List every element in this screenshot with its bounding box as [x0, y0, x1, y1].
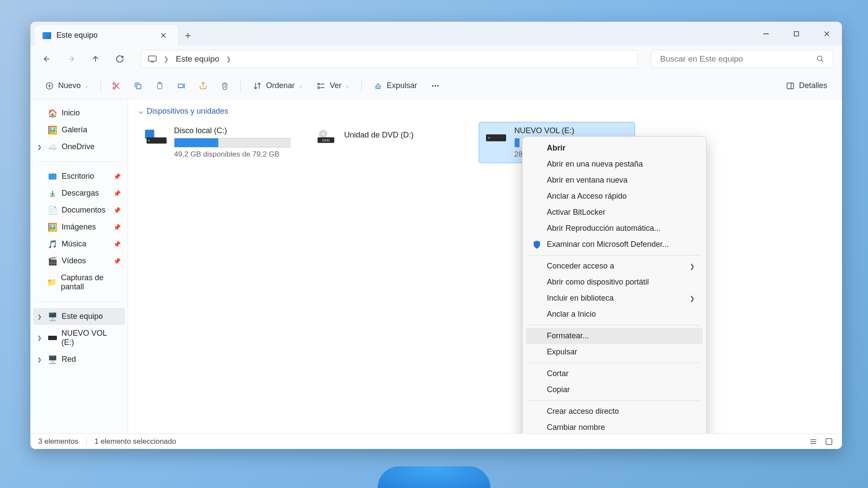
- chevron-right-icon: ❯: [690, 295, 695, 302]
- view-icon: [317, 82, 326, 90]
- delete-button[interactable]: [215, 77, 234, 95]
- cm-pin-quick-access[interactable]: Anclar a Acceso rápido: [526, 188, 703, 204]
- section-header[interactable]: ⌵ Dispositivos y unidades: [138, 106, 832, 116]
- cm-open[interactable]: Abrir: [526, 140, 703, 156]
- context-menu-label: Cortar: [547, 369, 569, 378]
- cm-open-new-tab[interactable]: Abrir en una nueva pestaña: [526, 156, 703, 172]
- sidebar-item-videos[interactable]: 🎬Vídeos📌: [33, 252, 125, 269]
- sidebar-item-network[interactable]: ❯🖥️Red: [33, 351, 125, 368]
- minimize-button[interactable]: [751, 23, 781, 45]
- rename-icon: [177, 82, 186, 90]
- sidebar-item-label: Imágenes: [62, 223, 96, 232]
- drive-name: Unidad de DVD (D:): [344, 131, 460, 140]
- tab-title: Este equipo: [56, 31, 98, 40]
- svg-rect-22: [318, 87, 319, 88]
- this-pc-icon: [43, 32, 51, 39]
- view-button[interactable]: Ver ⌵: [311, 77, 355, 95]
- details-pane-button[interactable]: Detalles: [780, 77, 833, 95]
- details-pane-icon: [786, 82, 795, 90]
- chevron-down-icon: ⌵: [346, 83, 349, 89]
- drive-d[interactable]: DVD Unidad de DVD (D:): [309, 122, 465, 163]
- expand-icon[interactable]: ❯: [37, 335, 43, 341]
- cut-button[interactable]: [107, 77, 126, 95]
- context-menu-label: Activar BitLocker: [547, 208, 605, 217]
- view-list-button[interactable]: [808, 436, 819, 447]
- search-input[interactable]: Buscar en Este equipo: [651, 50, 833, 68]
- sidebar-item-desktop[interactable]: Escritorio📌: [33, 168, 125, 185]
- pin-icon[interactable]: 📌: [113, 173, 121, 180]
- cm-portable[interactable]: Abrir como dispositivo portátil: [526, 274, 703, 290]
- drive-icon: [48, 334, 57, 342]
- pin-icon[interactable]: 📌: [113, 207, 121, 214]
- sidebar-item-thispc[interactable]: ❯🖥️Este equipo: [33, 308, 125, 325]
- pin-icon[interactable]: 📌: [113, 241, 121, 248]
- sidebar-item-screenshots[interactable]: 📁Capturas de pantall: [33, 269, 125, 295]
- cm-shortcut[interactable]: Crear acceso directo: [526, 403, 703, 419]
- svg-rect-1: [794, 32, 799, 36]
- monitor-icon: 🖥️: [48, 313, 57, 321]
- cm-grant-access[interactable]: Conceder acceso a❯: [526, 258, 703, 274]
- cm-open-new-window[interactable]: Abrir en ventana nueva: [526, 172, 703, 188]
- new-button[interactable]: Nuevo ⌵: [39, 77, 94, 95]
- refresh-button[interactable]: [112, 51, 128, 67]
- active-tab[interactable]: Este equipo ✕: [35, 25, 178, 46]
- rename-button[interactable]: [172, 77, 191, 95]
- cm-copy[interactable]: Copiar: [526, 382, 703, 398]
- videos-icon: 🎬: [48, 257, 57, 265]
- up-button[interactable]: [88, 51, 103, 67]
- expand-icon[interactable]: ❯: [37, 314, 43, 320]
- separator: [361, 79, 362, 93]
- cm-autoplay[interactable]: Abrir Reproducción automática...: [526, 220, 703, 236]
- close-tab-button[interactable]: ✕: [157, 29, 170, 42]
- sidebar-item-pictures[interactable]: 🖼️Imágenes📌: [33, 219, 125, 236]
- cm-eject[interactable]: Expulsar: [526, 344, 703, 360]
- music-icon: 🎵: [48, 240, 57, 248]
- svg-point-6: [817, 56, 822, 61]
- eject-label: Expulsar: [387, 81, 417, 90]
- sidebar-item-home[interactable]: 🏠Inicio: [33, 105, 125, 121]
- eject-button[interactable]: Expulsar: [368, 77, 423, 95]
- maximize-button[interactable]: [781, 23, 812, 45]
- cm-library[interactable]: Incluir en biblioteca❯: [526, 290, 703, 306]
- chevron-right-icon[interactable]: ❯: [226, 56, 231, 62]
- sidebar-item-downloads[interactable]: Descargas📌: [33, 185, 125, 202]
- cm-pin-start[interactable]: Anclar a Inicio: [526, 306, 703, 322]
- expand-icon[interactable]: ❯: [37, 357, 43, 363]
- clipboard-icon: [155, 82, 164, 90]
- monitor-icon: [148, 56, 157, 62]
- close-button[interactable]: [812, 23, 842, 45]
- sidebar-item-music[interactable]: 🎵Música📌: [33, 236, 125, 252]
- separator: [100, 79, 101, 93]
- back-button[interactable]: [39, 51, 55, 67]
- address-bar[interactable]: ❯ Este equipo ❯: [141, 50, 638, 68]
- cm-rename[interactable]: Cambiar nombre: [526, 419, 703, 433]
- sidebar-item-documents[interactable]: 📄Documentos📌: [33, 202, 125, 219]
- sidebar-item-label: Descargas: [62, 189, 99, 198]
- sidebar-item-newvol[interactable]: ❯NUEVO VOL (E:): [33, 325, 125, 351]
- local-disk-icon: [143, 126, 169, 147]
- eject-icon: [374, 82, 382, 90]
- sidebar-item-onedrive[interactable]: ❯☁️OneDrive: [33, 138, 125, 155]
- drive-c[interactable]: Disco local (C:) 49,2 GB disponibles de …: [138, 122, 295, 163]
- pin-icon[interactable]: 📌: [113, 190, 121, 197]
- cm-defender[interactable]: Examinar con Microsoft Defender...: [526, 236, 703, 252]
- forward-button[interactable]: [63, 51, 79, 67]
- svg-text:DVD: DVD: [322, 138, 330, 142]
- cm-bitlocker[interactable]: Activar BitLocker: [526, 204, 703, 220]
- more-button[interactable]: [426, 77, 445, 95]
- share-button[interactable]: [194, 77, 213, 95]
- pin-icon[interactable]: 📌: [113, 224, 121, 231]
- expand-icon[interactable]: ❯: [37, 144, 43, 150]
- breadcrumb-location[interactable]: Este equipo: [176, 54, 219, 64]
- pin-icon[interactable]: 📌: [113, 258, 121, 265]
- view-grid-button[interactable]: [824, 436, 834, 447]
- plus-circle-icon: [45, 82, 54, 90]
- copy-button[interactable]: [128, 77, 148, 95]
- cm-format[interactable]: Formatear...: [526, 328, 703, 344]
- sort-button[interactable]: Ordenar ⌵: [247, 77, 308, 95]
- cm-cut[interactable]: Cortar: [526, 366, 703, 382]
- sort-label: Ordenar: [266, 81, 295, 90]
- paste-button[interactable]: [150, 77, 169, 95]
- sidebar-item-gallery[interactable]: 🖼️Galería: [33, 121, 125, 138]
- new-tab-button[interactable]: +: [178, 29, 198, 42]
